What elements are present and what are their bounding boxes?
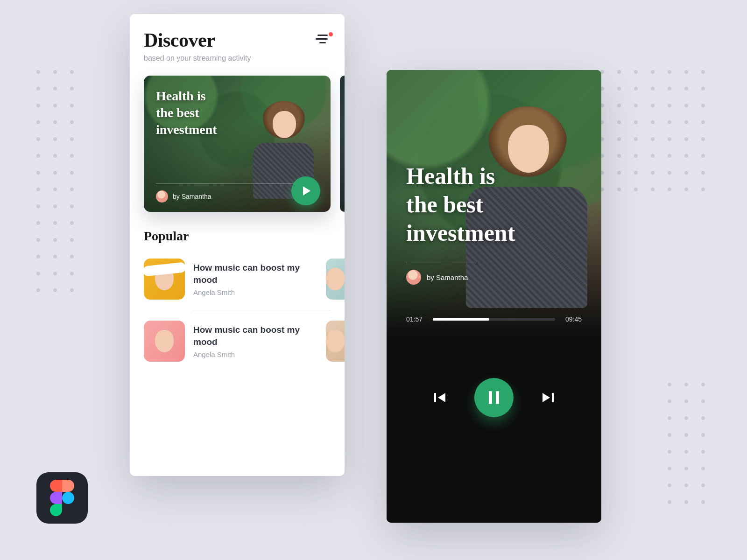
previous-track-button[interactable] (432, 390, 448, 406)
list-item[interactable]: How music can boost my mood Angela Smith (130, 252, 345, 306)
svg-rect-3 (56, 492, 62, 504)
list-item-thumb (144, 321, 185, 362)
feature-card-title: Health is the best investment (156, 88, 217, 138)
list-item-title: How music can boost my mood (193, 262, 317, 286)
pause-button[interactable] (474, 378, 514, 417)
list-item-peek[interactable] (326, 321, 345, 362)
player-title: Health is the best investment (406, 162, 515, 247)
notification-badge-icon (329, 32, 333, 36)
svg-point-4 (62, 492, 74, 504)
feature-card-byline: by Samantha (156, 190, 211, 203)
skip-next-icon (542, 392, 554, 403)
svg-rect-7 (434, 393, 436, 402)
divider (193, 310, 331, 310)
page-title: Discover (144, 29, 251, 51)
play-icon (302, 186, 311, 196)
pause-icon (489, 391, 492, 404)
dot-grid-decoration (668, 383, 705, 504)
svg-rect-8 (552, 393, 554, 402)
list-item[interactable]: How music can boost my mood Angela Smith (130, 314, 345, 368)
next-track-button[interactable] (540, 390, 556, 406)
time-duration: 09:45 (565, 315, 582, 323)
avatar (406, 270, 421, 285)
list-item-peek[interactable] (326, 259, 345, 300)
time-elapsed: 01:57 (406, 315, 423, 323)
play-button[interactable] (291, 176, 320, 205)
list-item-author: Angela Smith (193, 350, 317, 358)
figma-icon (36, 472, 88, 524)
divider (406, 263, 476, 263)
player-byline: by Samantha (406, 270, 468, 285)
feature-card[interactable]: Health is the best investment by Samanth… (144, 76, 331, 212)
player-screen: Health is the best investment by Samanth… (387, 70, 601, 523)
svg-rect-6 (56, 504, 62, 510)
dot-grid-decoration (36, 70, 74, 292)
section-heading-popular: Popular (130, 212, 345, 252)
progress-slider[interactable] (433, 318, 555, 321)
list-item-author: Angela Smith (193, 288, 317, 296)
discover-screen: Discover based on your streaming activit… (130, 14, 345, 476)
pause-icon (496, 391, 499, 404)
avatar (156, 190, 168, 203)
menu-button[interactable] (316, 35, 331, 45)
skip-previous-icon (434, 392, 446, 403)
feature-card-peek[interactable] (340, 76, 345, 212)
page-subtitle: based on your streaming activity (144, 54, 251, 63)
list-item-thumb (144, 259, 185, 300)
list-item-title: How music can boost my mood (193, 324, 317, 348)
progress-fill (433, 318, 489, 321)
